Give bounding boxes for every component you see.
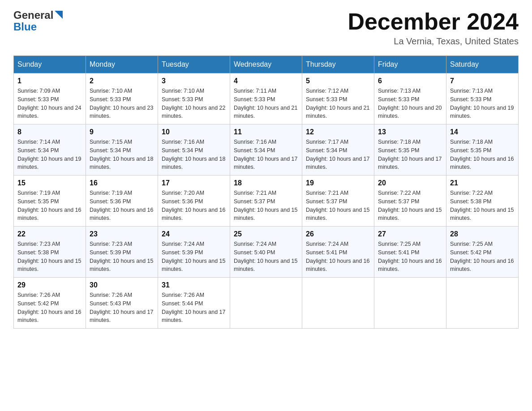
day-info: Sunrise: 7:14 AMSunset: 5:34 PMDaylight:… bbox=[17, 138, 82, 171]
calendar-cell: 19Sunrise: 7:21 AMSunset: 5:37 PMDayligh… bbox=[302, 176, 374, 227]
day-info: Sunrise: 7:23 AMSunset: 5:39 PMDaylight:… bbox=[90, 240, 154, 274]
day-info: Sunrise: 7:18 AMSunset: 5:35 PMDaylight:… bbox=[450, 138, 515, 171]
day-info: Sunrise: 7:19 AMSunset: 5:36 PMDaylight:… bbox=[90, 189, 154, 223]
day-info: Sunrise: 7:17 AMSunset: 5:34 PMDaylight:… bbox=[306, 138, 370, 171]
calendar-cell: 8Sunrise: 7:14 AMSunset: 5:34 PMDaylight… bbox=[14, 124, 86, 176]
day-info: Sunrise: 7:21 AMSunset: 5:37 PMDaylight:… bbox=[234, 189, 298, 223]
calendar-table: SundayMondayTuesdayWednesdayThursdayFrid… bbox=[13, 56, 519, 329]
day-number: 20 bbox=[378, 179, 442, 187]
calendar-cell: 27Sunrise: 7:25 AMSunset: 5:41 PMDayligh… bbox=[374, 227, 446, 278]
calendar-cell: 18Sunrise: 7:21 AMSunset: 5:37 PMDayligh… bbox=[230, 176, 302, 227]
day-info: Sunrise: 7:26 AMSunset: 5:42 PMDaylight:… bbox=[17, 291, 82, 325]
day-number: 1 bbox=[17, 77, 82, 85]
calendar-cell: 17Sunrise: 7:20 AMSunset: 5:36 PMDayligh… bbox=[158, 176, 230, 227]
day-number: 23 bbox=[90, 230, 154, 238]
calendar-cell bbox=[374, 278, 446, 329]
day-info: Sunrise: 7:24 AMSunset: 5:39 PMDaylight:… bbox=[162, 240, 226, 274]
calendar-cell: 3Sunrise: 7:10 AMSunset: 5:33 PMDaylight… bbox=[158, 73, 230, 124]
logo-row1: General bbox=[13, 9, 63, 21]
calendar-cell: 15Sunrise: 7:19 AMSunset: 5:35 PMDayligh… bbox=[14, 176, 86, 227]
calendar-cell bbox=[302, 278, 374, 329]
calendar-header-friday: Friday bbox=[374, 56, 446, 73]
calendar-cell bbox=[230, 278, 302, 329]
calendar-cell: 7Sunrise: 7:13 AMSunset: 5:33 PMDaylight… bbox=[446, 73, 519, 124]
calendar-week-row: 29Sunrise: 7:26 AMSunset: 5:42 PMDayligh… bbox=[14, 278, 519, 329]
calendar-cell: 28Sunrise: 7:25 AMSunset: 5:42 PMDayligh… bbox=[446, 227, 519, 278]
logo-general-text: General bbox=[13, 9, 53, 21]
day-number: 16 bbox=[90, 179, 154, 187]
day-number: 15 bbox=[17, 179, 82, 187]
day-number: 13 bbox=[378, 128, 442, 136]
day-info: Sunrise: 7:26 AMSunset: 5:44 PMDaylight:… bbox=[162, 291, 226, 325]
day-info: Sunrise: 7:15 AMSunset: 5:34 PMDaylight:… bbox=[90, 138, 154, 171]
month-title: December 2024 bbox=[348, 9, 519, 34]
calendar-cell: 11Sunrise: 7:16 AMSunset: 5:34 PMDayligh… bbox=[230, 124, 302, 176]
day-info: Sunrise: 7:24 AMSunset: 5:40 PMDaylight:… bbox=[234, 240, 298, 274]
calendar-cell bbox=[446, 278, 519, 329]
calendar-week-row: 22Sunrise: 7:23 AMSunset: 5:38 PMDayligh… bbox=[14, 227, 519, 278]
calendar-header-saturday: Saturday bbox=[446, 56, 519, 73]
day-number: 11 bbox=[234, 128, 298, 136]
day-number: 21 bbox=[450, 179, 515, 187]
day-info: Sunrise: 7:09 AMSunset: 5:33 PMDaylight:… bbox=[17, 87, 82, 120]
day-number: 27 bbox=[378, 230, 442, 238]
calendar-cell: 22Sunrise: 7:23 AMSunset: 5:38 PMDayligh… bbox=[14, 227, 86, 278]
calendar-header-monday: Monday bbox=[86, 56, 158, 73]
day-info: Sunrise: 7:12 AMSunset: 5:33 PMDaylight:… bbox=[306, 87, 370, 120]
day-info: Sunrise: 7:25 AMSunset: 5:42 PMDaylight:… bbox=[450, 240, 515, 274]
day-info: Sunrise: 7:10 AMSunset: 5:33 PMDaylight:… bbox=[90, 87, 154, 120]
day-info: Sunrise: 7:21 AMSunset: 5:37 PMDaylight:… bbox=[306, 189, 370, 223]
calendar-cell: 6Sunrise: 7:13 AMSunset: 5:33 PMDaylight… bbox=[374, 73, 446, 124]
day-info: Sunrise: 7:23 AMSunset: 5:38 PMDaylight:… bbox=[17, 240, 82, 274]
day-number: 31 bbox=[162, 281, 226, 289]
day-number: 8 bbox=[17, 128, 82, 136]
day-info: Sunrise: 7:19 AMSunset: 5:35 PMDaylight:… bbox=[17, 189, 82, 223]
day-info: Sunrise: 7:16 AMSunset: 5:34 PMDaylight:… bbox=[234, 138, 298, 171]
day-number: 12 bbox=[306, 128, 370, 136]
calendar-cell: 26Sunrise: 7:24 AMSunset: 5:41 PMDayligh… bbox=[302, 227, 374, 278]
calendar-header-tuesday: Tuesday bbox=[158, 56, 230, 73]
day-number: 2 bbox=[90, 77, 154, 85]
calendar-cell: 30Sunrise: 7:26 AMSunset: 5:43 PMDayligh… bbox=[86, 278, 158, 329]
calendar-cell: 25Sunrise: 7:24 AMSunset: 5:40 PMDayligh… bbox=[230, 227, 302, 278]
calendar-cell: 31Sunrise: 7:26 AMSunset: 5:44 PMDayligh… bbox=[158, 278, 230, 329]
page-header: General Blue December 2024 La Vernia, Te… bbox=[13, 9, 519, 47]
calendar-cell: 29Sunrise: 7:26 AMSunset: 5:42 PMDayligh… bbox=[14, 278, 86, 329]
day-number: 24 bbox=[162, 230, 226, 238]
day-number: 6 bbox=[378, 77, 442, 85]
day-info: Sunrise: 7:11 AMSunset: 5:33 PMDaylight:… bbox=[234, 87, 298, 120]
calendar-cell: 14Sunrise: 7:18 AMSunset: 5:35 PMDayligh… bbox=[446, 124, 519, 176]
svg-marker-0 bbox=[55, 11, 63, 19]
calendar-cell: 16Sunrise: 7:19 AMSunset: 5:36 PMDayligh… bbox=[86, 176, 158, 227]
day-number: 14 bbox=[450, 128, 515, 136]
day-info: Sunrise: 7:25 AMSunset: 5:41 PMDaylight:… bbox=[378, 240, 442, 274]
location-subtitle: La Vernia, Texas, United States bbox=[348, 36, 519, 47]
logo-arrow-icon bbox=[55, 11, 63, 19]
calendar-cell: 20Sunrise: 7:22 AMSunset: 5:37 PMDayligh… bbox=[374, 176, 446, 227]
calendar-week-row: 8Sunrise: 7:14 AMSunset: 5:34 PMDaylight… bbox=[14, 124, 519, 176]
logo: General Blue bbox=[13, 9, 63, 33]
calendar-cell: 23Sunrise: 7:23 AMSunset: 5:39 PMDayligh… bbox=[86, 227, 158, 278]
day-number: 28 bbox=[450, 230, 515, 238]
day-number: 7 bbox=[450, 77, 515, 85]
calendar-cell: 5Sunrise: 7:12 AMSunset: 5:33 PMDaylight… bbox=[302, 73, 374, 124]
calendar-header-sunday: Sunday bbox=[14, 56, 86, 73]
day-number: 9 bbox=[90, 128, 154, 136]
day-info: Sunrise: 7:13 AMSunset: 5:33 PMDaylight:… bbox=[450, 87, 515, 120]
calendar-week-row: 15Sunrise: 7:19 AMSunset: 5:35 PMDayligh… bbox=[14, 176, 519, 227]
day-number: 18 bbox=[234, 179, 298, 187]
day-number: 19 bbox=[306, 179, 370, 187]
calendar-cell: 2Sunrise: 7:10 AMSunset: 5:33 PMDaylight… bbox=[86, 73, 158, 124]
logo-blue-text: Blue bbox=[13, 21, 63, 33]
day-info: Sunrise: 7:20 AMSunset: 5:36 PMDaylight:… bbox=[162, 189, 226, 223]
day-info: Sunrise: 7:22 AMSunset: 5:38 PMDaylight:… bbox=[450, 189, 515, 223]
day-info: Sunrise: 7:18 AMSunset: 5:35 PMDaylight:… bbox=[378, 138, 442, 171]
calendar-cell: 1Sunrise: 7:09 AMSunset: 5:33 PMDaylight… bbox=[14, 73, 86, 124]
calendar-cell: 10Sunrise: 7:16 AMSunset: 5:34 PMDayligh… bbox=[158, 124, 230, 176]
calendar-header-thursday: Thursday bbox=[302, 56, 374, 73]
calendar-cell: 24Sunrise: 7:24 AMSunset: 5:39 PMDayligh… bbox=[158, 227, 230, 278]
day-number: 10 bbox=[162, 128, 226, 136]
day-info: Sunrise: 7:10 AMSunset: 5:33 PMDaylight:… bbox=[162, 87, 226, 120]
day-info: Sunrise: 7:16 AMSunset: 5:34 PMDaylight:… bbox=[162, 138, 226, 171]
day-info: Sunrise: 7:22 AMSunset: 5:37 PMDaylight:… bbox=[378, 189, 442, 223]
